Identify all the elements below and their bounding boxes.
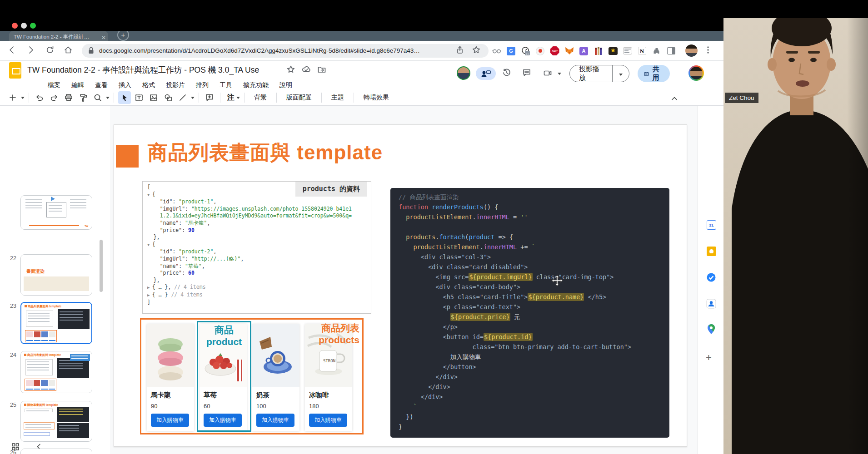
- slide-thumbnail-23[interactable]: 商品列表畫面與 template: [20, 302, 92, 344]
- browser-profile-avatar[interactable]: [685, 44, 698, 57]
- insert-comment-icon[interactable]: [203, 91, 216, 104]
- maps-panel-icon[interactable]: [706, 324, 717, 335]
- theme-button[interactable]: 主題: [326, 94, 349, 102]
- browser-tab[interactable]: TW Foundation 2-2 - 事件設計… ✕: [9, 31, 108, 41]
- slide-number: 26: [5, 449, 16, 454]
- close-window-button[interactable]: [12, 23, 18, 29]
- code-line: "id": "product-1",: [147, 198, 352, 206]
- minimize-window-button[interactable]: [21, 23, 27, 29]
- zoom-icon[interactable]: [91, 91, 104, 104]
- reading-sidebar-extension-icon[interactable]: [666, 46, 676, 56]
- menu-item[interactable]: 說明: [276, 80, 295, 90]
- product-image: [147, 324, 194, 387]
- menu-item[interactable]: 查看: [92, 80, 111, 90]
- zoom-window-button[interactable]: [30, 23, 36, 29]
- awesome-screenshot-extension-icon[interactable]: A: [579, 46, 589, 56]
- hide-menus-button[interactable]: [668, 92, 681, 105]
- menu-item[interactable]: 工具: [216, 80, 235, 90]
- add-to-cart-button[interactable]: 加入購物車: [151, 414, 189, 427]
- forward-icon[interactable]: [26, 45, 37, 56]
- typing-tool-extension-icon[interactable]: [623, 46, 632, 56]
- slide-thumbnail[interactable]: TW: [20, 195, 92, 230]
- highlighter-pens-extension-icon[interactable]: [594, 46, 603, 56]
- line-caret[interactable]: [191, 97, 195, 99]
- menu-item[interactable]: 格式: [139, 80, 158, 90]
- home-icon[interactable]: [64, 45, 75, 56]
- code-line: </div>: [399, 392, 669, 402]
- insert-line-icon[interactable]: [176, 91, 189, 104]
- bookmark-star-icon[interactable]: [472, 45, 483, 56]
- transition-button[interactable]: 轉場效果: [358, 94, 394, 102]
- print-icon[interactable]: [62, 91, 75, 104]
- menu-item[interactable]: 檔案: [45, 80, 64, 90]
- annotate-tool[interactable]: 注: [224, 93, 234, 103]
- new-slide-button[interactable]: [6, 91, 19, 104]
- product-list-preview: 馬卡龍90加入購物車 草莓60加入購物車 奶茶100加入購物車 STRON冰咖啡…: [140, 318, 364, 434]
- filmstrip-scrollbar[interactable]: [100, 240, 103, 292]
- contacts-panel-icon[interactable]: [706, 298, 717, 309]
- insert-shape-icon[interactable]: [162, 91, 175, 104]
- star-document-icon[interactable]: [286, 65, 295, 74]
- metamask-extension-icon[interactable]: [564, 46, 574, 56]
- new-slide-caret[interactable]: [21, 97, 25, 99]
- presenter-mode-icon[interactable]: [476, 67, 496, 80]
- insert-image-icon[interactable]: [147, 91, 160, 104]
- keep-panel-icon[interactable]: [706, 246, 717, 257]
- add-to-cart-button[interactable]: 加入購物車: [204, 414, 242, 427]
- layout-button[interactable]: 版面配置: [281, 94, 317, 102]
- comments-icon[interactable]: [522, 68, 531, 77]
- camera-dropdown-caret[interactable]: [558, 73, 561, 75]
- address-bar[interactable]: docs.google.com/presentation/d/1AcdroLDG…: [82, 44, 489, 58]
- slides-app-icon[interactable]: [9, 62, 21, 79]
- slide-thumbnail-24[interactable]: 商品列表畫面與 template: [20, 351, 92, 393]
- new-tab-button[interactable]: +: [117, 31, 129, 41]
- reload-icon[interactable]: [45, 45, 56, 56]
- menu-item[interactable]: 排列: [193, 80, 212, 90]
- document-title[interactable]: TW Foundation 2-2 - 事件設計與流程工作坊 - POS 機 3…: [27, 64, 259, 75]
- present-dropdown-caret[interactable]: [613, 69, 629, 78]
- current-slide[interactable]: 商品列表畫面與 template [▼ { "id": "product-1",…: [114, 124, 687, 447]
- account-avatar[interactable]: [688, 65, 704, 81]
- product-name: 奶茶: [256, 391, 299, 400]
- meet-camera-icon[interactable]: [543, 69, 552, 78]
- recorder-extension-icon[interactable]: [535, 46, 545, 56]
- version-history-icon[interactable]: [502, 68, 511, 77]
- eyeglasses-extension-icon[interactable]: [492, 46, 501, 56]
- back-icon[interactable]: [7, 45, 18, 56]
- tasks-panel-icon[interactable]: [706, 272, 717, 283]
- calendar-panel-icon[interactable]: 31: [706, 219, 717, 230]
- menu-item[interactable]: 投影片: [163, 80, 188, 90]
- code-line: <p class="card-text">: [399, 302, 669, 312]
- paint-format-icon[interactable]: [77, 91, 90, 104]
- notion-extension-icon[interactable]: N: [637, 46, 647, 56]
- zoom-caret[interactable]: [106, 97, 110, 99]
- add-to-cart-button[interactable]: 加入購物車: [256, 414, 294, 427]
- adblock-plus-extension-icon[interactable]: ABP: [550, 46, 559, 56]
- speed-test-extension-icon[interactable]: [521, 46, 530, 56]
- menu-item[interactable]: 編輯: [68, 80, 87, 90]
- add-to-cart-button[interactable]: 加入購物車: [309, 414, 347, 427]
- move-to-folder-icon[interactable]: [317, 65, 326, 74]
- get-add-ons-button[interactable]: +: [706, 352, 712, 364]
- tab-close-icon[interactable]: ✕: [101, 32, 106, 41]
- slide-thumbnail-26[interactable]: 事件處理: [20, 449, 92, 454]
- code-line: 1.2.1&ixid=eyJhcHBfaWQiOjEyMDd9&auto=for…: [147, 212, 352, 220]
- background-button[interactable]: 背景: [249, 94, 272, 102]
- slide-canvas: 商品列表畫面與 template [▼ { "id": "product-1",…: [110, 106, 698, 454]
- extensions-puzzle-extension-icon[interactable]: [652, 46, 661, 56]
- undo-icon[interactable]: [33, 91, 46, 104]
- slide-thumbnail-25[interactable]: 購物車畫面與 template: [20, 401, 92, 442]
- share-page-icon[interactable]: [455, 45, 466, 56]
- menu-item[interactable]: 擴充功能: [240, 80, 272, 90]
- translate-extension-icon[interactable]: G: [506, 46, 516, 56]
- redo-icon[interactable]: [48, 91, 60, 104]
- menu-item[interactable]: 插入: [115, 80, 135, 90]
- slide-thumbnail-22[interactable]: 畫面渲染: [20, 254, 92, 296]
- share-button[interactable]: 共用: [638, 65, 670, 82]
- text-box-icon[interactable]: [133, 91, 145, 104]
- browser-menu-kebab-icon[interactable]: [703, 45, 714, 56]
- annotate-caret[interactable]: [236, 97, 240, 99]
- screenshot-tool-extension-icon[interactable]: [608, 46, 618, 56]
- select-tool-icon[interactable]: [118, 91, 131, 104]
- present-button[interactable]: 投影播放: [569, 65, 629, 82]
